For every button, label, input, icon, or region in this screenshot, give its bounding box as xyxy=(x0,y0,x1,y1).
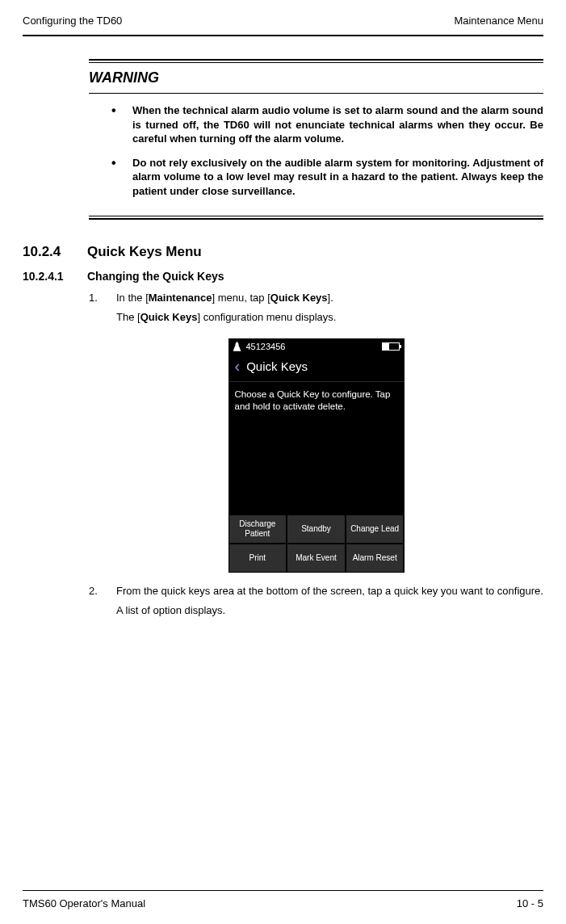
footer-left: TMS60 Operator's Manual xyxy=(23,897,145,909)
warning-block: WARNING When the technical alarm audio v… xyxy=(89,59,543,220)
quick-key-mark-event[interactable]: Mark Event xyxy=(287,544,346,573)
step-2-body: From the quick keys area at the bottom o… xyxy=(116,584,543,623)
step-1-bold-2b: Quick Keys xyxy=(140,311,198,323)
quick-key-alarm-reset[interactable]: Alarm Reset xyxy=(346,544,405,573)
device-screen: 45123456 ‹ Quick Keys Choose a Quick Key… xyxy=(228,338,405,573)
patient-icon xyxy=(233,342,241,351)
warning-item-1: When the technical alarm audio volume is… xyxy=(111,103,543,146)
quick-key-change-lead[interactable]: Change Lead xyxy=(346,514,405,544)
quick-key-discharge-patient[interactable]: Discharge Patient xyxy=(228,514,287,544)
step-1-text-e: ]. xyxy=(328,292,333,304)
header-left: Configuring the TD60 xyxy=(23,15,122,27)
device-screenshot: 45123456 ‹ Quick Keys Choose a Quick Key… xyxy=(89,338,543,573)
battery-fill xyxy=(383,343,389,350)
step-1-text-a: In the [ xyxy=(116,292,149,304)
warning-list: When the technical alarm audio volume is… xyxy=(89,94,543,211)
step-1-text-2c: ] configuration menu displays. xyxy=(197,311,336,323)
quick-key-standby[interactable]: Standby xyxy=(287,514,346,544)
step-2-number: 2. xyxy=(89,584,100,623)
header-rule xyxy=(23,35,543,36)
section-heading: 10.2.4 Quick Keys Menu xyxy=(23,244,543,260)
step-1-text-2a: The [ xyxy=(116,311,140,323)
warning-rule-bottom-thick xyxy=(89,218,543,220)
warning-rule-top xyxy=(89,59,543,61)
step-2: 2. From the quick keys area at the botto… xyxy=(89,584,543,623)
subsection-title: Changing the Quick Keys xyxy=(87,270,224,283)
quick-key-print[interactable]: Print xyxy=(228,544,287,573)
step-1-bold-d: Quick Keys xyxy=(270,292,328,304)
step-1: 1. In the [Maintenance] menu, tap [Quick… xyxy=(89,291,543,330)
device-status-bar: 45123456 xyxy=(228,338,405,355)
page-footer: TMS60 Operator's Manual 10 - 5 xyxy=(23,890,543,909)
warning-rule-bottom-thin xyxy=(89,216,543,216)
subsection-number: 10.2.4.1 xyxy=(23,270,73,283)
device-screen-title: Quick Keys xyxy=(246,359,308,373)
step-1-line-2: The [Quick Keys] configuration menu disp… xyxy=(116,310,543,325)
section-number: 10.2.4 xyxy=(23,244,73,260)
step-2-line-1: From the quick keys area at the bottom o… xyxy=(116,584,543,598)
section-title: Quick Keys Menu xyxy=(87,244,202,260)
step-1-line-1: In the [Maintenance] menu, tap [Quick Ke… xyxy=(116,291,543,305)
warning-title: WARNING xyxy=(89,63,543,93)
header-right: Maintenance Menu xyxy=(454,15,543,27)
step-1-body: In the [Maintenance] menu, tap [Quick Ke… xyxy=(116,291,543,330)
subsection-heading: 10.2.4.1 Changing the Quick Keys xyxy=(23,270,543,283)
device-instruction: Choose a Quick Key to configure. Tap and… xyxy=(228,382,405,414)
back-chevron-icon[interactable]: ‹ xyxy=(235,361,241,371)
step-1-bold-b: Maintenance xyxy=(149,292,212,304)
page-header: Configuring the TD60 Maintenance Menu xyxy=(23,15,543,27)
step-1-number: 1. xyxy=(89,291,100,330)
step-1-text-c: ] menu, tap [ xyxy=(212,292,270,304)
footer-right: 10 - 5 xyxy=(517,897,543,909)
warning-item-2: Do not rely exclusively on the audible a… xyxy=(111,156,543,199)
device-title-bar[interactable]: ‹ Quick Keys xyxy=(228,355,405,382)
step-2-line-2: A list of option displays. xyxy=(116,603,543,618)
device-quick-keys-grid: Discharge Patient Standby Change Lead Pr… xyxy=(228,514,405,573)
battery-icon xyxy=(382,342,400,351)
device-id: 45123456 xyxy=(246,342,286,351)
steps-list: 1. In the [Maintenance] menu, tap [Quick… xyxy=(89,291,543,623)
